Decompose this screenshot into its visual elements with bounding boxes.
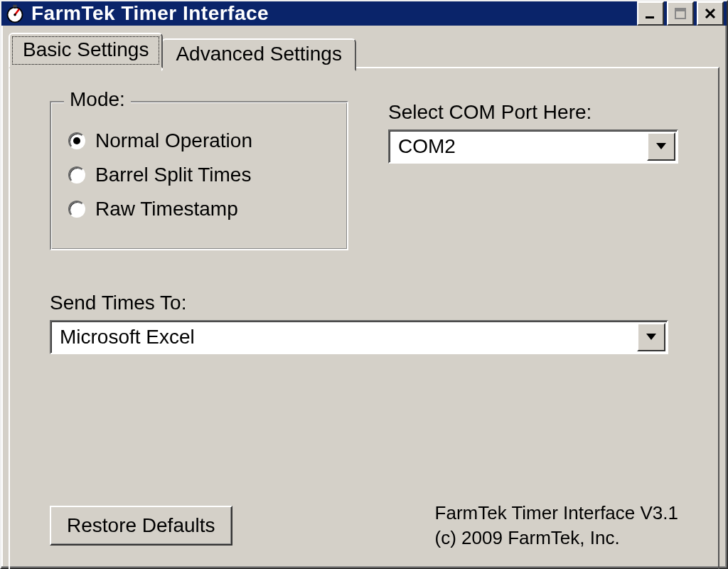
svg-point-3	[14, 14, 16, 16]
tab-label: Advanced Settings	[176, 43, 342, 65]
maximize-button	[667, 1, 694, 26]
radio-normal-operation[interactable]: Normal Operation	[68, 129, 326, 152]
tab-strip: Basic Settings Advanced Settings	[9, 31, 719, 67]
radio-label: Barrel Split Times	[95, 164, 251, 186]
svg-marker-7	[656, 143, 666, 149]
client-area: Basic Settings Advanced Settings Mode: N…	[1, 26, 727, 569]
application-window: FarmTek Timer Interface Basic Settings A…	[0, 0, 728, 569]
stopwatch-icon	[4, 3, 26, 24]
version-info: FarmTek Timer Interface V3.1 (c) 2009 Fa…	[435, 501, 678, 551]
chevron-down-icon[interactable]	[637, 323, 665, 351]
svg-rect-4	[646, 16, 654, 18]
send-times-to-combobox[interactable]: Microsoft Excel	[50, 320, 668, 354]
radio-barrel-split-times[interactable]: Barrel Split Times	[68, 164, 326, 186]
minimize-button[interactable]	[637, 1, 664, 26]
tab-basic-settings[interactable]: Basic Settings	[9, 33, 163, 68]
close-button[interactable]	[697, 1, 724, 26]
radio-label: Normal Operation	[95, 129, 252, 152]
tab-advanced-settings[interactable]: Advanced Settings	[161, 38, 356, 71]
radio-icon	[68, 166, 85, 184]
send-times-to-section: Send Times To: Microsoft Excel	[50, 292, 678, 354]
chevron-down-icon[interactable]	[647, 132, 675, 161]
com-port-combobox[interactable]: COM2	[388, 129, 678, 164]
mode-legend: Mode:	[64, 88, 131, 111]
button-label: Restore Defaults	[67, 514, 215, 536]
svg-marker-8	[646, 334, 656, 340]
send-times-to-label: Send Times To:	[50, 292, 678, 314]
top-row: Mode: Normal Operation Barrel Split Time…	[50, 101, 678, 250]
title-bar: FarmTek Timer Interface	[1, 1, 727, 26]
svg-rect-6	[675, 9, 685, 11]
copyright-line: (c) 2009 FarmTek, Inc.	[435, 526, 678, 551]
com-port-value: COM2	[390, 131, 646, 162]
restore-defaults-button[interactable]: Restore Defaults	[50, 506, 232, 546]
radio-raw-timestamp[interactable]: Raw Timestamp	[68, 198, 326, 220]
window-title: FarmTek Timer Interface	[31, 2, 634, 25]
com-port-section: Select COM Port Here: COM2	[388, 101, 678, 164]
radio-icon	[68, 201, 85, 218]
svg-rect-1	[13, 5, 16, 8]
send-times-to-value: Microsoft Excel	[51, 321, 636, 353]
tab-panel-basic: Mode: Normal Operation Barrel Split Time…	[9, 67, 719, 569]
radio-icon	[68, 132, 85, 149]
footer-row: Restore Defaults FarmTek Timer Interface…	[50, 501, 678, 551]
com-port-label: Select COM Port Here:	[388, 101, 678, 124]
radio-label: Raw Timestamp	[95, 198, 238, 220]
mode-groupbox: Mode: Normal Operation Barrel Split Time…	[50, 101, 348, 250]
version-line: FarmTek Timer Interface V3.1	[435, 501, 678, 526]
tab-label: Basic Settings	[23, 38, 149, 60]
